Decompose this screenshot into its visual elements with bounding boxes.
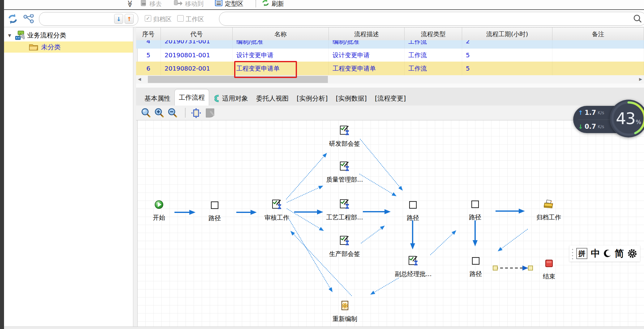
tab-适用对象[interactable]: 适用对象: [209, 91, 252, 106]
cell-name[interactable]: 设计变更申请: [233, 49, 329, 62]
workflow-node-prod[interactable]: 生产部会签: [320, 235, 369, 257]
remove-button[interactable]: 移去: [140, 0, 162, 9]
cell-note[interactable]: [552, 62, 644, 75]
scroll-right-icon[interactable]: ▶: [639, 77, 642, 81]
zoom-in-icon[interactable]: [154, 108, 165, 119]
cell-code[interactable]: 20190801-001: [161, 49, 233, 62]
tab-label: [实例数据]: [336, 94, 367, 103]
tab-委托人视图[interactable]: 委托人视图: [252, 91, 293, 106]
cell-type[interactable]: 工作流: [405, 49, 462, 62]
workflow-node-path1[interactable]: 路径: [190, 200, 239, 222]
column-header[interactable]: 备注: [552, 28, 644, 41]
table-row[interactable]: 520190801-001设计变更申请设计变更申请工作流5: [136, 49, 644, 62]
column-header[interactable]: 流程描述: [329, 28, 405, 41]
ime-settings-gear-icon[interactable]: [627, 249, 637, 258]
workflow-connector[interactable]: [410, 220, 415, 249]
workflow-connector[interactable]: [496, 209, 525, 214]
workflow-node-start[interactable]: 开始: [134, 199, 184, 221]
tree-root-item[interactable]: ▼ 业务流程分类: [4, 29, 133, 41]
cell-type[interactable]: 工作流: [405, 40, 462, 49]
workflow-node-vgm[interactable]: 副总经理批...: [389, 255, 438, 277]
workflow-connector[interactable]: [498, 229, 528, 251]
workflow-node-process[interactable]: 工艺工程部...: [320, 199, 369, 221]
move-to-button[interactable]: 移动到: [174, 0, 204, 9]
tab-工作流程[interactable]: 工作流程: [174, 89, 209, 106]
workflow-node-path3[interactable]: 路径: [450, 199, 500, 221]
column-header[interactable]: 代号: [161, 28, 233, 41]
usage-percent: 43: [616, 109, 635, 128]
fixed-area-button[interactable]: 定型区: [215, 0, 243, 9]
workflow-node-archive[interactable]: 归档工作: [524, 199, 573, 221]
applicable-object-icon: [213, 95, 220, 102]
cell-hours[interactable]: 2: [462, 40, 552, 49]
column-header[interactable]: 序号: [136, 28, 161, 41]
table-row[interactable]: 420190731-001编制/批准编制/批准工作流2: [136, 40, 644, 49]
tab-实例数据[interactable]: [实例数据]: [332, 91, 371, 106]
window-left-edge: [0, 0, 4, 329]
work-area-checkbox[interactable]: [177, 15, 184, 22]
column-header[interactable]: 流程工期(小时): [462, 28, 552, 41]
ime-pinyin-logo[interactable]: 拼: [576, 248, 587, 259]
zoom-out-icon[interactable]: [167, 108, 178, 119]
workflow-node-redo[interactable]: 重新编制: [320, 300, 370, 322]
fit-page-icon[interactable]: [191, 108, 202, 120]
column-header[interactable]: 流程类型: [405, 28, 462, 41]
cell-seq[interactable]: 6: [136, 62, 161, 75]
category-tree-icon[interactable]: [23, 14, 34, 25]
tree-item-unclassified[interactable]: 未分类: [4, 41, 133, 53]
refresh-button[interactable]: 刷新: [262, 0, 284, 9]
search-down-button[interactable]: ↓: [114, 14, 123, 24]
task-node-icon: [408, 255, 419, 266]
workflow-node-path2[interactable]: 路径: [388, 199, 438, 221]
cell-name[interactable]: 编制/批准: [233, 40, 329, 49]
tree-search-input[interactable]: ↓ ↑: [39, 12, 138, 26]
ime-drag-handle[interactable]: [570, 247, 573, 260]
cell-seq[interactable]: 4: [136, 40, 161, 49]
ime-toolbar[interactable]: 拼 中 简: [569, 245, 640, 262]
cell-desc[interactable]: 编制/批准: [329, 40, 405, 49]
list-search-input[interactable]: [219, 12, 644, 26]
cell-note[interactable]: [552, 49, 644, 62]
workflow-node-review[interactable]: 审核工作: [252, 199, 302, 221]
workflow-connector[interactable]: [370, 278, 399, 295]
search-up-button[interactable]: ↑: [125, 14, 134, 24]
tab-label: [实例分析]: [297, 94, 328, 103]
collapse-chevron-icon[interactable]: ≫: [126, 0, 134, 6]
cell-code[interactable]: 20190802-001: [161, 62, 233, 75]
ime-simplified-toggle[interactable]: 简: [615, 247, 624, 260]
table-h-scrollbar[interactable]: ◀ ▶: [136, 75, 644, 84]
archive-area-checkbox[interactable]: ✓: [145, 15, 151, 22]
table-header-row: 序号代号名称流程描述流程类型流程工期(小时)备注: [136, 27, 644, 41]
cell-note[interactable]: [552, 40, 644, 49]
workflow-node-qa[interactable]: 质量管理部...: [320, 161, 369, 183]
sync-icon[interactable]: [7, 13, 19, 26]
tab-基本属性[interactable]: 基本属性: [140, 91, 174, 106]
cell-seq[interactable]: 5: [136, 49, 161, 62]
cell-hours[interactable]: 5: [462, 62, 552, 75]
workflow-canvas[interactable]: 开始路径审核工作研发部会签质量管理部...工艺工程部...生产部会签路径路径归档…: [137, 120, 644, 327]
tab-流程变更[interactable]: [流程变更]: [371, 91, 410, 106]
cell-desc[interactable]: 工程变更申请单: [329, 62, 405, 75]
workflow-node-path4[interactable]: 路径: [451, 255, 500, 277]
workflow-node-rd[interactable]: 研发部会签: [320, 125, 369, 147]
ime-language-toggle[interactable]: 中: [591, 247, 600, 260]
scroll-left-icon[interactable]: ◀: [138, 77, 141, 81]
tree-expander-icon[interactable]: ▼: [8, 33, 11, 38]
cell-hours[interactable]: 5: [462, 49, 552, 62]
node-label: 质量管理部...: [320, 176, 369, 183]
table-row-selected[interactable]: 620190802-001工程变更申请单工程变更申请单工作流5: [136, 62, 644, 75]
cell-code[interactable]: 20190731-001: [161, 40, 233, 49]
cell-desc[interactable]: 设计变更申请: [329, 49, 405, 62]
workflow-connector[interactable]: [473, 220, 478, 246]
ime-fullwidth-moon-icon[interactable]: [603, 249, 612, 258]
tab-实例分析[interactable]: [实例分析]: [293, 91, 332, 106]
cell-type[interactable]: 工作流: [405, 62, 462, 75]
zoom-reset-icon[interactable]: [141, 108, 151, 119]
percent-sign: %: [636, 119, 641, 125]
memory-usage-ball[interactable]: 43%: [610, 100, 644, 137]
workflow-node-end[interactable]: 结束: [524, 258, 574, 280]
column-header[interactable]: 名称: [233, 28, 329, 41]
search-icon[interactable]: [633, 14, 642, 24]
workflow-connector[interactable]: [430, 230, 456, 255]
print-disabled-icon[interactable]: [205, 108, 215, 119]
